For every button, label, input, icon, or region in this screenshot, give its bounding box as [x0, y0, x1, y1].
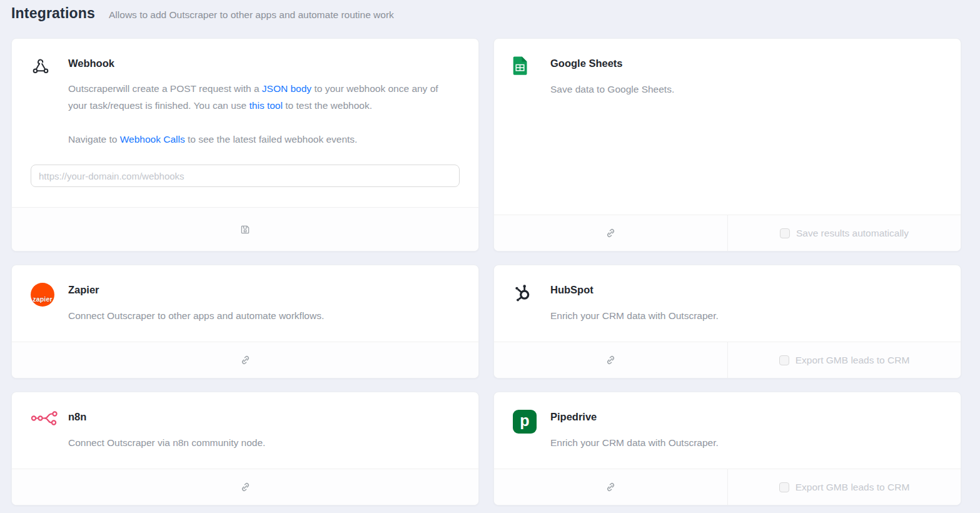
pipedrive-description: Enrich your CRM data with Outscraper.: [550, 434, 942, 451]
save-icon: [240, 224, 251, 235]
card-zapier: zapier Zapier Connect Outscraper to othe…: [11, 265, 479, 378]
export-gmb-leads-action-hubspot[interactable]: Export GMB leads to CRM: [727, 342, 961, 378]
webhook-description-2: Navigate to Webhook Calls to see the lat…: [68, 131, 457, 148]
link-icon: [605, 227, 617, 239]
card-pipedrive: p Pipedrive Enrich your CRM data with Ou…: [493, 392, 961, 505]
card-n8n: n8n Connect Outscraper via n8n community…: [11, 392, 479, 505]
page-subtitle: Allows to add Outscraper to other apps a…: [109, 9, 394, 21]
connect-google-sheets-button[interactable]: [494, 215, 727, 251]
save-results-checkbox[interactable]: [780, 228, 790, 238]
webhook-calls-link[interactable]: Webhook Calls: [120, 134, 185, 145]
zapier-icon: zapier: [31, 282, 61, 307]
export-gmb-leads-checkbox-pipedrive[interactable]: [779, 482, 789, 492]
hubspot-card-actions: Export GMB leads to CRM: [494, 342, 961, 378]
pipedrive-logo: p: [513, 410, 537, 434]
n8n-card-body: n8n Connect Outscraper via n8n community…: [12, 392, 478, 469]
zapier-logo: zapier: [31, 283, 54, 307]
n8n-card-actions: [12, 469, 478, 505]
connect-pipedrive-button[interactable]: [494, 469, 727, 505]
page-title: Integrations: [11, 5, 95, 22]
n8n-icon: [31, 409, 61, 427]
google-sheets-card-actions: Save results automatically: [494, 215, 961, 251]
desc-text: Outscraperwill create a POST request wit…: [68, 83, 262, 94]
link-icon: [240, 481, 251, 493]
json-body-link[interactable]: JSON body: [262, 83, 311, 94]
page-header: Integrations Allows to add Outscraper to…: [0, 0, 980, 22]
pipedrive-icon: p: [513, 409, 543, 434]
card-title-n8n: n8n: [68, 409, 460, 425]
save-results-checkbox-label: Save results automatically: [796, 228, 909, 239]
card-title-google-sheets: Google Sheets: [550, 55, 942, 71]
n8n-description: Connect Outscraper via n8n community nod…: [68, 434, 460, 451]
connect-n8n-button[interactable]: [12, 469, 478, 505]
card-google-sheets: Google Sheets Save data to Google Sheets…: [493, 38, 961, 251]
hubspot-card-body: HubSpot Enrich your CRM data with Outscr…: [494, 265, 961, 342]
google-sheets-description: Save data to Google Sheets.: [550, 81, 942, 98]
card-title-pipedrive: Pipedrive: [550, 409, 942, 425]
webhook-url-input[interactable]: [31, 165, 460, 187]
card-title-webhook: Webhook: [68, 55, 460, 71]
webhook-icon: [31, 55, 61, 76]
desc-text: to test the webhook.: [283, 100, 372, 111]
card-hubspot: HubSpot Enrich your CRM data with Outscr…: [493, 265, 961, 378]
desc-text: Navigate to: [68, 134, 120, 145]
connect-zapier-button[interactable]: [12, 342, 478, 378]
google-sheets-icon: [513, 55, 543, 75]
pipedrive-card-body: p Pipedrive Enrich your CRM data with Ou…: [494, 392, 961, 469]
export-gmb-leads-action-pipedrive[interactable]: Export GMB leads to CRM: [727, 469, 961, 505]
save-results-automatically-action[interactable]: Save results automatically: [727, 215, 961, 251]
card-webhook: Webhook Outscraperwill create a POST req…: [11, 38, 479, 251]
hubspot-description: Enrich your CRM data with Outscraper.: [550, 307, 942, 324]
webhook-card-body: Webhook Outscraperwill create a POST req…: [12, 39, 478, 207]
integrations-grid: Webhook Outscraperwill create a POST req…: [0, 38, 980, 510]
pipedrive-card-actions: Export GMB leads to CRM: [494, 469, 961, 505]
card-title-hubspot: HubSpot: [550, 282, 942, 298]
desc-text: to see the latest failed webhook events.: [185, 134, 358, 145]
link-icon: [605, 354, 617, 366]
zapier-description: Connect Outscraper to other apps and aut…: [68, 307, 460, 324]
export-gmb-leads-label-hubspot: Export GMB leads to CRM: [796, 355, 910, 366]
link-icon: [605, 481, 617, 493]
zapier-card-actions: [12, 342, 478, 378]
webhook-card-actions: [12, 207, 478, 251]
connect-hubspot-button[interactable]: [494, 342, 727, 378]
link-icon: [240, 354, 251, 366]
google-sheets-card-body: Google Sheets Save data to Google Sheets…: [494, 39, 961, 215]
hubspot-icon: [513, 282, 543, 303]
card-title-zapier: Zapier: [68, 282, 460, 298]
webhook-description-1: Outscraperwill create a POST request wit…: [68, 80, 457, 114]
export-gmb-leads-checkbox-hubspot[interactable]: [779, 355, 789, 365]
zapier-card-body: zapier Zapier Connect Outscraper to othe…: [12, 265, 478, 342]
this-tool-link[interactable]: this tool: [250, 100, 283, 111]
save-webhook-button[interactable]: [12, 208, 478, 251]
export-gmb-leads-label-pipedrive: Export GMB leads to CRM: [796, 482, 910, 493]
